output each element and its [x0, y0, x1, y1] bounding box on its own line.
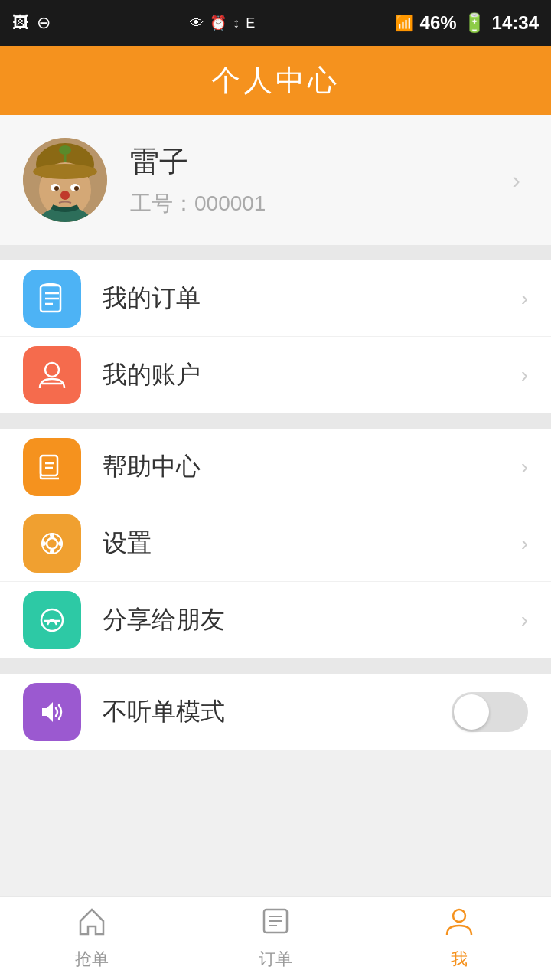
menu-label-quiet-mode: 不听单模式	[103, 695, 225, 729]
nav-item-orders[interactable]: 订单	[184, 897, 367, 980]
menu-label-help: 帮助中心	[103, 450, 201, 484]
svg-point-9	[74, 186, 79, 191]
orders-icon-bg	[23, 270, 81, 328]
menu-label-account: 我的账户	[103, 358, 201, 392]
profile-section[interactable]: 雷子 工号：000001 ›	[0, 115, 551, 245]
help-icon-bg	[23, 438, 81, 496]
gallery-icon: 🖼	[12, 13, 29, 33]
svg-point-2	[59, 145, 71, 155]
status-center-icons: 👁 ⏰ ↕ E	[190, 15, 255, 31]
bottom-spacer	[0, 750, 551, 773]
menu-item-share[interactable]: 分享给朋友 ›	[0, 582, 551, 658]
toggle-knob	[454, 694, 489, 730]
svg-point-25	[58, 541, 63, 546]
quiet-mode-section: 不听单模式	[0, 674, 551, 750]
profile-left: 雷子 工号：000001	[23, 138, 266, 222]
svg-point-15	[45, 363, 59, 377]
nav-label-me: 我	[451, 948, 468, 971]
status-right: 📶 46% 🔋 14:34	[395, 12, 539, 34]
profile-chevron: ›	[512, 166, 520, 194]
status-left-icons: 🖼 ⊖	[12, 13, 51, 33]
menu-label-settings: 设置	[103, 527, 152, 560]
divider-3	[0, 658, 551, 674]
svg-point-5	[33, 164, 97, 179]
battery-icon: 🔋	[463, 12, 486, 34]
profile-name: 雷子	[130, 142, 266, 181]
page-header: 个人中心	[0, 46, 551, 115]
nav-label-grab: 抢单	[75, 948, 109, 971]
profile-info: 雷子 工号：000001	[130, 142, 266, 218]
page-title: 个人中心	[211, 61, 340, 100]
account-chevron: ›	[521, 363, 528, 387]
nav-item-me[interactable]: 我	[367, 897, 551, 980]
nav-item-grab[interactable]: 抢单	[0, 897, 184, 980]
svg-point-23	[50, 550, 54, 554]
svg-point-32	[453, 910, 465, 922]
account-icon-bg	[23, 346, 81, 404]
svg-point-24	[41, 541, 46, 546]
alarm-icon: ⏰	[210, 15, 227, 31]
person-icon	[444, 906, 474, 943]
svg-point-20	[47, 538, 57, 549]
menu-item-account[interactable]: 我的账户 ›	[0, 337, 551, 413]
menu-label-orders: 我的订单	[103, 282, 201, 315]
svg-rect-17	[41, 456, 57, 475]
svg-point-10	[60, 191, 70, 200]
svg-point-8	[54, 186, 59, 191]
quiet-mode-toggle[interactable]	[452, 692, 528, 732]
quiet-mode-toggle-container[interactable]	[452, 692, 528, 732]
status-bar: 🖼 ⊖ 👁 ⏰ ↕ E 📶 46% 🔋 14:34	[0, 0, 551, 46]
share-icon-bg	[23, 591, 81, 649]
svg-point-22	[50, 533, 54, 537]
network-e-icon: E	[246, 15, 255, 31]
menu-label-share: 分享给朋友	[103, 603, 225, 637]
avatar	[23, 138, 107, 222]
minus-icon: ⊖	[37, 13, 51, 33]
divider-2	[0, 413, 551, 429]
menu-item-quiet-mode[interactable]: 不听单模式	[0, 674, 551, 750]
menu-item-help[interactable]: 帮助中心 ›	[0, 429, 551, 505]
menu-item-settings[interactable]: 设置 ›	[0, 505, 551, 582]
profile-employee-id: 工号：000001	[130, 189, 266, 218]
menu-section-2: 帮助中心 › 设置 ›	[0, 429, 551, 658]
list-icon	[260, 906, 291, 943]
divider-1	[0, 245, 551, 260]
battery-percent: 46%	[420, 12, 457, 34]
bottom-nav: 抢单 订单 我	[0, 896, 551, 980]
menu-section-1: 我的订单 › 我的账户 ›	[0, 260, 551, 413]
share-chevron: ›	[521, 608, 528, 632]
settings-icon-bg	[23, 514, 81, 573]
sync-icon: ↕	[233, 15, 240, 31]
eye-icon: 👁	[190, 15, 204, 31]
help-chevron: ›	[521, 455, 528, 479]
quiet-mode-icon-bg	[23, 683, 81, 741]
home-icon	[77, 906, 107, 943]
clock: 14:34	[492, 12, 539, 34]
signal-icon: 📶	[395, 14, 414, 32]
nav-label-orders: 订单	[259, 948, 292, 971]
orders-chevron: ›	[521, 286, 528, 311]
menu-item-orders[interactable]: 我的订单 ›	[0, 260, 551, 337]
settings-chevron: ›	[521, 531, 528, 556]
